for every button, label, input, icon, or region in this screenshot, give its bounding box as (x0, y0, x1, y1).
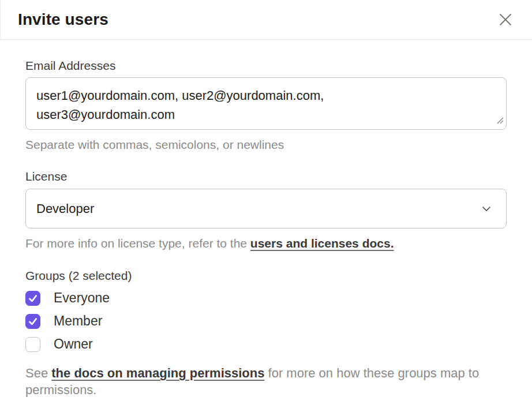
group-option-label: Everyone (54, 290, 110, 306)
groups-note-prefix: See (25, 366, 51, 380)
license-selected-value: Developer (36, 201, 94, 216)
checkmark-icon (28, 293, 38, 304)
modal-header: Invite users (0, 0, 532, 40)
license-helper-text: For more info on license type, refer to … (25, 235, 507, 252)
groups-note-text: See the docs on managing permissions for… (25, 365, 487, 398)
managing-permissions-docs-link[interactable]: the docs on managing permissions (51, 366, 264, 380)
group-option-label: Owner (54, 336, 93, 352)
modal-title: Invite users (18, 10, 108, 29)
close-icon (499, 13, 512, 26)
groups-label: Groups (2 selected) (25, 269, 507, 283)
group-option-member[interactable]: Member (25, 313, 507, 329)
license-helper-prefix: For more info on license type, refer to … (25, 237, 250, 250)
group-option-owner[interactable]: Owner (25, 336, 507, 352)
checkbox-member[interactable] (25, 314, 40, 329)
license-label: License (25, 170, 507, 183)
checkmark-icon (28, 316, 38, 327)
chevron-down-icon (482, 204, 491, 214)
modal-body: Email Addresses user1@yourdomain.com, us… (0, 40, 532, 398)
users-licenses-docs-link[interactable]: users and licenses docs. (250, 237, 394, 250)
email-helper-text: Separate with commas, semicolons, or new… (25, 136, 507, 153)
group-option-everyone[interactable]: Everyone (25, 290, 507, 306)
invite-users-modal: Invite users Email Addresses user1@yourd… (0, 0, 532, 412)
group-option-label: Member (54, 313, 102, 329)
checkbox-everyone[interactable] (25, 291, 40, 306)
close-button[interactable] (496, 10, 515, 29)
email-addresses-label: Email Addresses (25, 59, 507, 73)
checkbox-owner[interactable] (25, 337, 40, 352)
license-select[interactable]: Developer (25, 189, 507, 229)
email-addresses-input[interactable]: user1@yourdomain.com, user2@yourdomain.c… (25, 77, 507, 130)
